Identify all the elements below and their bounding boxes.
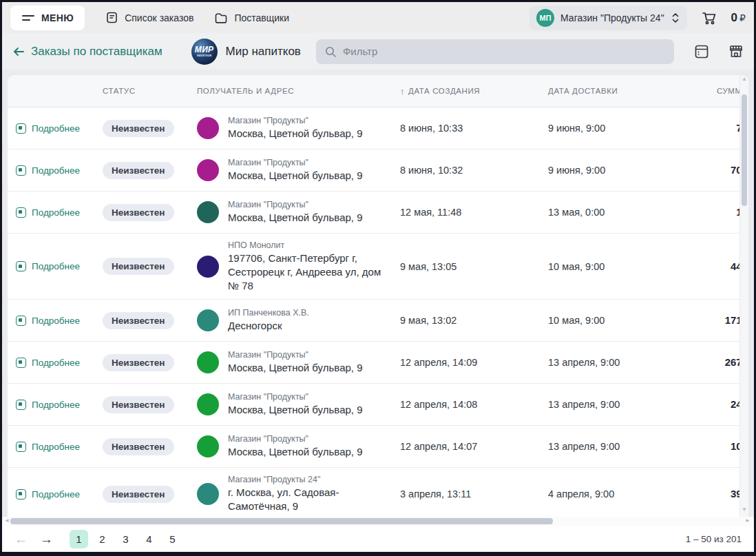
details-label: Подробнее xyxy=(32,358,80,368)
vertical-scrollbar-thumb[interactable] xyxy=(742,94,747,206)
page-buttons: 12345 xyxy=(70,530,182,548)
status-badge: Неизвестен xyxy=(103,312,174,329)
created-date: 8 июня, 10:33 xyxy=(400,123,463,134)
created-date: 9 мая, 13:05 xyxy=(400,261,456,272)
recipient-address: г. Москва, ул. Садовая-Самотёчная, 9 xyxy=(228,486,393,513)
table-row: Подробнее Неизвестен Магазин "Продукты" … xyxy=(8,150,748,192)
scroll-down-icon[interactable]: ▼ xyxy=(742,506,747,515)
page-button-5[interactable]: 5 xyxy=(163,530,182,548)
cart-icon[interactable] xyxy=(701,10,717,25)
details-link[interactable]: Подробнее xyxy=(16,207,90,218)
details-icon xyxy=(16,123,26,134)
page-button-2[interactable]: 2 xyxy=(93,530,112,548)
details-link[interactable]: Подробнее xyxy=(16,165,90,176)
details-link[interactable]: Подробнее xyxy=(16,316,90,326)
details-link[interactable]: Подробнее xyxy=(16,261,90,271)
recipient-name: Магазин "Продукты" xyxy=(228,392,393,402)
menu-button[interactable]: МЕНЮ xyxy=(10,6,85,30)
recipient-avatar xyxy=(197,483,219,505)
created-date: 8 июня, 10:32 xyxy=(400,165,463,176)
recipient-name: Магазин "Продукты 24" xyxy=(228,475,393,484)
header-delivery[interactable]: Дата доставки xyxy=(548,87,679,95)
created-date: 12 апреля, 14:08 xyxy=(400,399,477,410)
delivery-date: 13 апреля, 9:00 xyxy=(548,399,620,410)
details-label: Подробнее xyxy=(32,207,80,218)
recipient-cell: Магазин "Продукты 24" г. Москва, ул. Сад… xyxy=(197,475,393,513)
table-body: Подробнее Неизвестен Магазин "Продукты" … xyxy=(8,107,748,517)
back-to-suppliers[interactable]: Заказы по поставщикам xyxy=(12,45,162,59)
details-link[interactable]: Подробнее xyxy=(16,489,90,500)
storefront-icon[interactable] xyxy=(728,43,744,60)
recipient-cell: ИП Панченкова Х.В. Десногорск xyxy=(197,308,393,333)
folder-icon xyxy=(214,12,228,24)
recipient-address: Москва, Цветной бульвар, 9 xyxy=(228,127,393,141)
status-badge: Неизвестен xyxy=(103,162,174,179)
scroll-left-icon[interactable]: ◄ xyxy=(4,517,10,524)
orders-list-link[interactable]: Список заказов xyxy=(105,11,193,24)
unfold-chevrons-icon xyxy=(671,11,680,25)
vertical-scrollbar[interactable]: ▲ ▼ xyxy=(739,75,748,517)
details-icon xyxy=(16,442,26,452)
details-label: Подробнее xyxy=(32,165,80,176)
status-badge: Неизвестен xyxy=(103,354,174,371)
delivery-date: 10 мая, 9:00 xyxy=(548,261,605,272)
created-date: 12 апреля, 14:07 xyxy=(400,441,477,452)
table-row: Подробнее Неизвестен Магазин "Продукты 2… xyxy=(8,468,748,517)
recipient-address: Москва, Цветной бульвар, 9 xyxy=(228,445,393,459)
status-badge: Неизвестен xyxy=(103,204,174,221)
details-icon xyxy=(16,316,26,326)
supplier-toolbar: Заказы по поставщикам МИР напитков Мир н… xyxy=(2,33,754,70)
cart-amount: 0 xyxy=(731,11,737,25)
details-icon xyxy=(16,358,26,368)
page-title: Заказы по поставщикам xyxy=(31,45,162,59)
recipient-cell: Магазин "Продукты" Москва, Цветной бульв… xyxy=(197,434,393,459)
store-selector[interactable]: МП Магазин "Продукты 24" xyxy=(529,6,687,30)
table-view-icon[interactable] xyxy=(693,43,710,60)
cart-currency: ₽ xyxy=(739,12,746,23)
page-button-4[interactable]: 4 xyxy=(140,530,158,548)
prev-page-button[interactable]: ← xyxy=(14,533,28,546)
store-name: Магазин "Продукты 24" xyxy=(560,12,664,23)
horizontal-scrollbar-thumb[interactable] xyxy=(10,518,553,524)
orders-table: Статус Получатель и адрес ↑ Дата создани… xyxy=(8,75,748,517)
status-badge: Неизвестен xyxy=(103,396,174,413)
table-row: Подробнее Неизвестен НПО Монолит 197706,… xyxy=(8,234,748,300)
scroll-up-icon[interactable]: ▲ xyxy=(742,75,747,85)
delivery-date: 13 апреля, 9:00 xyxy=(548,441,620,452)
recipient-name: Магазин "Продукты" xyxy=(228,350,393,360)
details-link[interactable]: Подробнее xyxy=(16,442,90,452)
cart-total: 0 ₽ xyxy=(731,11,746,25)
horizontal-scrollbar[interactable]: ◄ ► xyxy=(2,517,754,526)
recipient-cell: НПО Монолит 197706, Санкт-Петербург г, С… xyxy=(197,240,393,292)
status-badge: Неизвестен xyxy=(103,486,174,503)
recipient-address: Десногорск xyxy=(228,319,393,333)
suppliers-link[interactable]: Поставщики xyxy=(214,12,289,24)
supplier-logo: МИР напитков xyxy=(191,39,218,65)
details-link[interactable]: Подробнее xyxy=(16,400,90,410)
header-status[interactable]: Статус xyxy=(90,87,193,95)
details-link[interactable]: Подробнее xyxy=(16,358,90,368)
recipient-address: Москва, Цветной бульвар, 9 xyxy=(228,403,393,417)
filter-field[interactable] xyxy=(316,39,674,64)
delivery-date: 13 мая, 0:00 xyxy=(548,207,605,218)
header-recipient[interactable]: Получатель и адрес xyxy=(193,87,393,95)
recipient-avatar xyxy=(197,256,219,278)
page-button-3[interactable]: 3 xyxy=(116,530,135,548)
recipient-avatar xyxy=(197,351,219,373)
sort-ascending-icon: ↑ xyxy=(400,86,405,96)
status-badge: Неизвестен xyxy=(103,120,174,137)
recipient-cell: Магазин "Продукты" Москва, Цветной бульв… xyxy=(197,350,393,375)
delivery-date: 9 июня, 9:00 xyxy=(548,123,605,134)
details-label: Подробнее xyxy=(32,261,80,271)
page-button-1[interactable]: 1 xyxy=(70,530,88,548)
next-page-button[interactable]: → xyxy=(40,533,53,546)
table-row: Подробнее Неизвестен Магазин "Продукты" … xyxy=(8,342,748,384)
created-date: 3 апреля, 13:11 xyxy=(400,488,471,500)
header-created[interactable]: ↑ Дата создания xyxy=(393,86,548,96)
recipient-name: Магазин "Продукты" xyxy=(228,434,393,444)
filter-input[interactable] xyxy=(343,45,666,57)
details-link[interactable]: Подробнее xyxy=(16,123,90,134)
scroll-right-icon[interactable]: ► xyxy=(745,517,750,524)
recipient-avatar xyxy=(197,201,219,223)
header-sum[interactable]: Сумма xyxy=(679,87,748,95)
